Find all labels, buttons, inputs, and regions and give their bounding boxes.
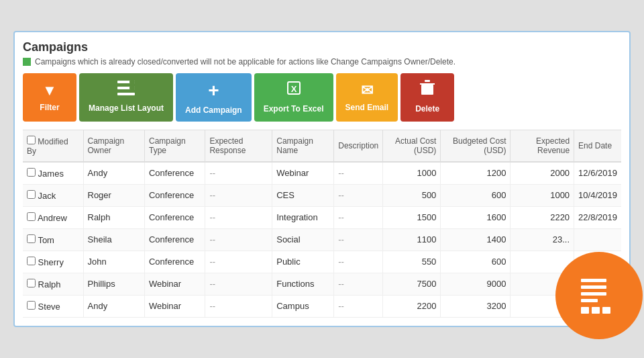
cell-4: Webinar xyxy=(272,162,334,185)
col-owner: Campaign Owner xyxy=(83,130,144,162)
cell-0[interactable]: Tom xyxy=(23,228,83,251)
svg-rect-10 xyxy=(425,87,426,92)
manage-list-button[interactable]: Manage List Layout xyxy=(79,73,173,122)
cell-9: 22/8/2019 xyxy=(574,206,621,228)
cell-7: 1400 xyxy=(441,228,511,251)
cell-2: Conference xyxy=(144,184,205,206)
page-title: Campaigns xyxy=(23,40,621,54)
notice-icon xyxy=(23,58,31,66)
cell-8: 23... xyxy=(511,228,574,251)
cell-4: Public xyxy=(272,251,334,273)
cell-3: -- xyxy=(205,295,272,317)
cell-1: Phillips xyxy=(83,273,144,295)
row-checkbox-5[interactable] xyxy=(27,279,36,287)
svg-rect-12 xyxy=(581,279,606,282)
export-button[interactable]: X Export To Excel xyxy=(254,73,333,122)
col-checkbox[interactable]: Modified By xyxy=(23,130,83,162)
svg-text:X: X xyxy=(290,84,297,94)
cell-3: -- xyxy=(205,162,272,185)
cell-5: -- xyxy=(334,228,383,251)
cell-1: Roger xyxy=(83,184,144,206)
col-actual-cost: Actual Cost (USD) xyxy=(383,130,441,162)
row-checkbox-6[interactable] xyxy=(27,301,36,310)
email-icon: ✉ xyxy=(361,81,373,101)
cell-3: -- xyxy=(205,273,272,295)
col-end-date: End Date xyxy=(574,130,621,162)
table-row: JackRogerConference--CES--500600100010/4… xyxy=(23,184,621,206)
svg-rect-15 xyxy=(581,299,598,302)
cell-2: Conference xyxy=(144,228,205,251)
cell-5: -- xyxy=(334,251,383,273)
send-email-button[interactable]: ✉ Send Email xyxy=(336,73,398,122)
svg-rect-9 xyxy=(421,85,433,95)
cell-0[interactable]: Andrew xyxy=(23,206,83,228)
filter-label: Filter xyxy=(40,103,59,114)
cell-6: 1000 xyxy=(383,162,441,185)
main-container: Campaigns Campaigns which is already clo… xyxy=(13,31,631,327)
table-header-row: Modified By Campaign Owner Campaign Type… xyxy=(23,130,621,162)
export-icon: X xyxy=(286,80,302,101)
cell-9: 12/6/2019 xyxy=(574,162,621,185)
manage-icon xyxy=(117,81,135,101)
cell-7: 1200 xyxy=(441,162,511,185)
row-checkbox-2[interactable] xyxy=(27,212,36,221)
add-icon: + xyxy=(208,79,219,103)
delete-icon xyxy=(420,80,435,101)
cell-6: 500 xyxy=(383,184,441,206)
cell-4: Social xyxy=(272,228,334,251)
toolbar: ▼ Filter Manage List Layout + Add Campai… xyxy=(23,73,621,122)
col-response: Expected Response xyxy=(205,130,272,162)
svg-rect-8 xyxy=(425,80,430,82)
svg-rect-11 xyxy=(429,87,430,92)
cell-7: 1600 xyxy=(441,206,511,228)
cell-0[interactable]: Sherry xyxy=(23,251,83,273)
row-checkbox-1[interactable] xyxy=(27,190,36,199)
delete-button[interactable]: Delete xyxy=(400,73,454,122)
manage-label: Manage List Layout xyxy=(89,103,164,114)
filter-button[interactable]: ▼ Filter xyxy=(23,73,76,122)
cell-0[interactable]: James xyxy=(23,162,83,185)
svg-rect-13 xyxy=(581,285,606,289)
notice-bar: Campaigns which is already closed/conver… xyxy=(23,57,621,66)
cell-5: -- xyxy=(334,184,383,206)
cell-9 xyxy=(574,228,621,251)
cell-7: 600 xyxy=(441,251,511,273)
cell-2: Conference xyxy=(144,162,205,185)
cell-1: Sheila xyxy=(83,228,144,251)
table-row: SteveAndyWebinar--Campus--22003200 xyxy=(23,295,621,317)
cell-3: -- xyxy=(205,251,272,273)
table-row: AndrewRalphConference--Integration--1500… xyxy=(23,206,621,228)
cell-6: 1100 xyxy=(383,228,441,251)
cell-2: Conference xyxy=(144,206,205,228)
cell-0[interactable]: Jack xyxy=(23,184,83,206)
select-all-checkbox[interactable] xyxy=(27,136,36,144)
cell-1: John xyxy=(83,251,144,273)
list-icon xyxy=(576,272,623,319)
cell-3: -- xyxy=(205,184,272,206)
svg-rect-16 xyxy=(581,307,589,314)
row-checkbox-3[interactable] xyxy=(27,234,36,243)
cell-9: 10/4/2019 xyxy=(574,184,621,206)
filter-icon: ▼ xyxy=(42,81,57,101)
cell-6: 2200 xyxy=(383,295,441,317)
export-label: Export To Excel xyxy=(264,104,324,115)
add-campaign-button[interactable]: + Add Campaign xyxy=(176,73,252,122)
row-checkbox-4[interactable] xyxy=(27,257,36,265)
cell-0[interactable]: Steve xyxy=(23,295,83,317)
cell-4: CES xyxy=(272,184,334,206)
cell-4: Campus xyxy=(272,295,334,317)
cell-1: Ralph xyxy=(83,206,144,228)
cell-2: Conference xyxy=(144,251,205,273)
svg-rect-17 xyxy=(592,307,600,314)
cell-2: Webinar xyxy=(144,295,205,317)
cell-6: 1500 xyxy=(383,206,441,228)
row-checkbox-0[interactable] xyxy=(27,168,36,177)
cell-7: 3200 xyxy=(441,295,511,317)
cell-6: 7500 xyxy=(383,273,441,295)
col-expected-revenue: Expected Revenue xyxy=(511,130,574,162)
cell-5: -- xyxy=(334,162,383,185)
svg-rect-2 xyxy=(117,93,135,95)
svg-rect-18 xyxy=(602,307,610,314)
cell-0[interactable]: Ralph xyxy=(23,273,83,295)
cell-4: Integration xyxy=(272,206,334,228)
